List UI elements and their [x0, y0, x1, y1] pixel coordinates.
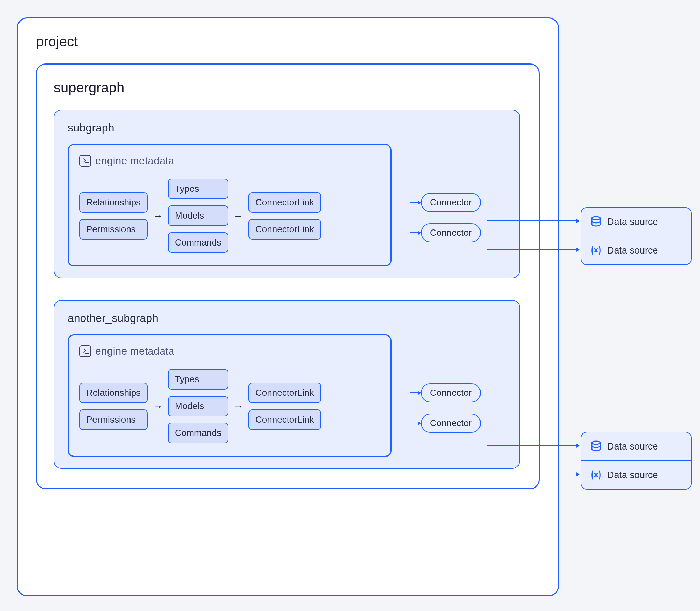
database-icon: [590, 440, 602, 453]
col-types-models-commands: Types Models Commands: [168, 369, 228, 443]
pill-models: Models: [168, 205, 228, 226]
pill-connectorlink: ConnectorLink: [248, 192, 321, 213]
pill-relationships: Relationships: [79, 192, 148, 213]
subgraph-title: subgraph: [68, 121, 506, 134]
pill-models: Models: [168, 396, 228, 416]
svg-point-0: [592, 217, 600, 220]
metadata-header: engine metadata: [79, 155, 380, 167]
arrow-icon: [410, 392, 421, 393]
metadata-title: engine metadata: [95, 345, 174, 357]
engine-metadata-box: engine metadata Relationships Permission…: [68, 144, 392, 266]
arrow-icon: [410, 202, 421, 203]
metadata-header: engine metadata: [79, 345, 380, 357]
pill-connectorlink: ConnectorLink: [248, 219, 321, 240]
metadata-body: Relationships Permissions → Types Models…: [79, 369, 380, 443]
project-container: project supergraph subgraph engine metad…: [17, 17, 559, 596]
data-source-label: Data source: [607, 441, 658, 452]
metadata-body: Relationships Permissions → Types Models…: [79, 179, 380, 253]
col-types-models-commands: Types Models Commands: [168, 179, 228, 253]
terminal-icon: [79, 345, 91, 357]
connector-row: Connector: [410, 223, 506, 242]
connector-pill: Connector: [421, 193, 481, 212]
connector-column: Connector Connector: [410, 334, 506, 457]
data-source-cell: Data source: [581, 236, 691, 264]
arrow-icon: [487, 474, 579, 474]
data-source-group: Data source Data source: [581, 207, 692, 265]
data-source-cell: Data source: [581, 460, 691, 489]
project-title: project: [36, 34, 540, 50]
data-source-group: Data source Data source: [581, 432, 692, 490]
data-source-label: Data source: [607, 217, 658, 227]
terminal-icon: [79, 155, 91, 167]
pill-relationships: Relationships: [79, 383, 148, 403]
col-connectorlinks: ConnectorLink ConnectorLink: [248, 383, 321, 430]
variable-icon: [590, 469, 602, 481]
supergraph-title: supergraph: [54, 80, 522, 96]
arrow-icon: [487, 220, 579, 221]
connector-pill: Connector: [421, 223, 481, 242]
data-source-label: Data source: [607, 470, 658, 481]
arrow-icon: →: [228, 210, 248, 222]
engine-metadata-box: engine metadata Relationships Permission…: [68, 334, 392, 457]
subgraph-block: subgraph engine metadata Relationships P…: [54, 110, 520, 278]
pill-connectorlink: ConnectorLink: [248, 383, 321, 403]
connector-column: Connector Connector: [410, 144, 506, 266]
pill-connectorlink: ConnectorLink: [248, 409, 321, 430]
arrow-icon: [410, 232, 421, 233]
arrow-icon: [487, 445, 579, 446]
variable-icon: [590, 244, 602, 257]
arrow-icon: [487, 249, 579, 250]
database-icon: [590, 216, 602, 228]
subgraph-block: another_subgraph engine metadata Relatio…: [54, 300, 520, 469]
arrow-icon: →: [148, 400, 168, 412]
pill-permissions: Permissions: [79, 409, 148, 430]
subgraph-row: engine metadata Relationships Permission…: [68, 334, 506, 457]
arrow-icon: [410, 423, 421, 423]
pill-permissions: Permissions: [79, 219, 148, 240]
col-relationships-permissions: Relationships Permissions: [79, 192, 148, 240]
data-source-cell: Data source: [581, 432, 691, 460]
pill-types: Types: [168, 179, 228, 199]
pill-commands: Commands: [168, 232, 228, 253]
connector-row: Connector: [410, 414, 506, 433]
arrow-icon: →: [228, 400, 248, 412]
supergraph-container: supergraph subgraph engine metadata Rela…: [36, 63, 540, 489]
connector-row: Connector: [410, 193, 506, 212]
pill-commands: Commands: [168, 423, 228, 443]
connector-pill: Connector: [421, 383, 481, 402]
col-relationships-permissions: Relationships Permissions: [79, 383, 148, 430]
data-source-label: Data source: [607, 245, 658, 256]
subgraph-title: another_subgraph: [68, 312, 506, 325]
pill-types: Types: [168, 369, 228, 390]
data-source-cell: Data source: [581, 208, 691, 236]
metadata-title: engine metadata: [95, 155, 174, 167]
svg-point-1: [592, 441, 600, 444]
col-connectorlinks: ConnectorLink ConnectorLink: [248, 192, 321, 240]
connector-row: Connector: [410, 383, 506, 402]
subgraph-row: engine metadata Relationships Permission…: [68, 144, 506, 266]
connector-pill: Connector: [421, 414, 481, 433]
arrow-icon: →: [148, 210, 168, 222]
